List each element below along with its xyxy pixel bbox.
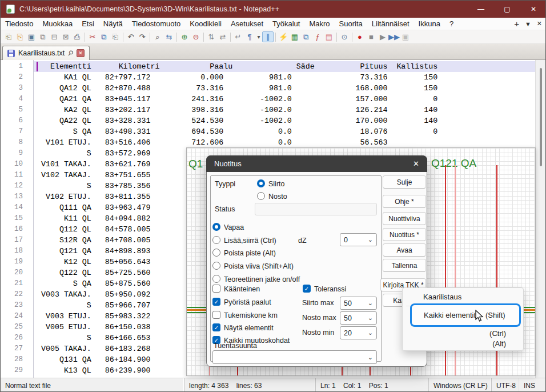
nayta-elementit-checkbox[interactable]: ✓ [212,323,220,331]
dz-combo[interactable]: 0⌄ [340,233,377,246]
monitoring-icon[interactable]: ⊙ [339,31,350,42]
toleranssi-checkbox[interactable]: ✓ [303,285,311,293]
menu-nayta[interactable]: Näytä [99,18,127,29]
toolbar: ⎗ ⎘ ▣ ⧉ ⊟ ⊠ ⎙ ✂ ⧉ ⎗ ↶ ↷ ⌕ ⇆ ⊕ ⊖ ⇅ ⇄ ↵ ¶ … [1,30,546,44]
tuentasuunta-combo[interactable]: ⌄ [212,350,377,364]
pin-icon[interactable]: ⚲ [66,49,75,58]
menu-item-kaarilistaus[interactable]: Kaarilistaus [423,293,461,301]
status-eol-format[interactable]: Windows (CR LF) [429,378,492,392]
avaa-button[interactable]: Avaa [383,243,426,257]
open-file-icon[interactable]: ⎘ [14,31,26,42]
redo-icon[interactable]: ↷ [136,31,148,42]
document-list-icon[interactable]: ⧉ [300,31,312,42]
saved-file-icon [7,50,15,57]
ohje-button[interactable]: Ohje * [383,195,426,208]
menu-makro[interactable]: Makro [304,18,334,29]
siirto-radio[interactable] [257,179,265,187]
macro-record-icon[interactable]: ● [354,31,366,42]
dialog-close-icon[interactable]: ✕ [413,159,419,168]
menu-item-alt-shortcut[interactable]: (Alt) [492,339,506,348]
word-wrap-icon[interactable]: ↵ [232,31,244,42]
menu-liitannaiset[interactable]: Liitännäiset [367,18,414,29]
pyorista-paalut-checkbox[interactable]: ✓ [212,298,220,306]
status-doc-type: Normal text file [1,378,184,392]
macro-run-multiple-icon[interactable]: ▶▶ [388,31,400,42]
dialog-title-bar[interactable]: Nuotitus ✕ [206,155,427,172]
show-all-characters-icon[interactable]: ¶ [244,31,255,42]
kaanteinen-checkbox[interactable] [212,285,220,293]
copy-icon[interactable]: ⧉ [98,31,110,42]
print-icon[interactable]: ⎙ [71,31,83,42]
close-all-icon[interactable]: ⊠ [60,31,71,42]
menu-item-kaikki-elementit[interactable]: Kaikki elementit (Shift) [410,303,521,327]
tab-close-icon[interactable]: ✕ [77,49,85,57]
chevron-down-icon: ⌄ [368,354,373,361]
text-line: QA21 QA 83+045.117 241.316 -1002.0 157.0… [37,94,437,105]
menu-tyokalut[interactable]: Työkalut [268,18,304,29]
macro-save-icon[interactable]: ▣ [400,31,411,42]
close-icon-toolbar[interactable]: ⊟ [49,31,60,42]
text-line: KA2 QL 83+202.117 398.316 -1002.0 126.21… [37,105,437,115]
poista-piste-radio[interactable] [212,249,220,257]
menu-help[interactable]: ? [445,18,458,29]
chevron-down-icon: ⌄ [368,299,373,307]
tuentasuunta-label: Tuentasuunta [214,342,257,350]
function-popup-icon[interactable]: ƒ [312,31,323,42]
text-line: QA12 QL 82+870.488 73.316 981.0 168.000 … [37,83,437,94]
function-list-icon[interactable]: ⚡ [278,31,289,42]
menu-muokkaa[interactable]: Muokkaa [38,18,77,29]
menu-etsi[interactable]: Etsi [77,18,99,29]
nosto-max-combo[interactable]: 50⌄ [340,311,377,325]
nosto-radio[interactable] [257,192,265,200]
editor-scrollbar[interactable] [535,60,545,378]
nosto-min-combo[interactable]: 20⌄ [340,326,377,339]
tab-kaarilistaus[interactable]: Kaarilistaus.txt ⚲ ✕ [2,46,90,60]
menu-koodikieli[interactable]: Koodikieli [185,18,226,29]
find-icon[interactable]: ⌕ [152,31,163,42]
undo-icon[interactable]: ↶ [125,31,136,42]
maximize-icon[interactable]: ▢ [494,1,520,18]
vapaa-radio[interactable] [212,223,220,231]
siirto-max-combo[interactable]: 50⌄ [340,297,377,310]
menu-suorita[interactable]: Suorita [335,18,367,29]
new-file-icon[interactable]: ⎗ [3,31,14,42]
status-encoding[interactable]: UTF-8 [492,378,519,392]
tallenna-button[interactable]: Tallenna [383,259,426,272]
macro-play-icon[interactable]: ▶ [377,31,388,42]
save-icon[interactable]: ▣ [26,31,37,42]
close-icon[interactable]: ✕ [520,1,546,18]
nuottiviiva-button[interactable]: Nuottiviiva [383,212,426,225]
menu-tiedosto[interactable]: Tiedosto [1,18,38,29]
menu-tiedostomuoto[interactable]: Tiedostomuoto [127,18,186,29]
close-document-icon[interactable]: ✕ [537,20,542,27]
macro-stop-icon[interactable]: ■ [366,31,377,42]
status-caret-info: Ln: 1 Col: 1 Pos: 1 [316,378,429,392]
teoreettinen-jatke-radio[interactable] [212,275,220,283]
lisaa-siirra-radio[interactable] [212,236,220,244]
folder-as-workspace-icon[interactable]: ▤ [323,31,335,42]
new-tab-icon[interactable]: + [514,19,519,29]
status-field[interactable] [255,203,377,215]
sulje-button[interactable]: Sulje [383,175,426,189]
tab-list-icon[interactable]: ▼ [525,21,531,27]
show-all-characters-dropdown-icon[interactable]: ▾ [255,31,262,42]
menu-item-ctrl-shortcut[interactable]: (Ctrl) [489,329,506,338]
sync-vertical-scroll-icon[interactable]: ⇅ [206,31,217,42]
zoom-in-icon[interactable]: ⊕ [179,31,190,42]
replace-icon[interactable]: ⇆ [163,31,175,42]
menu-asetukset[interactable]: Asetukset [226,18,268,29]
zoom-out-icon[interactable]: ⊖ [190,31,202,42]
menu-ikkuna[interactable]: Ikkuna [414,18,445,29]
cut-icon[interactable]: ✂ [87,31,98,42]
scrollbar-thumb[interactable] [540,68,542,166]
save-all-icon[interactable]: ⧉ [37,31,49,42]
paste-icon[interactable]: ⎗ [110,31,121,42]
minimize-icon[interactable]: — [468,1,494,18]
sync-horizontal-scroll-icon[interactable]: ⇄ [217,31,228,42]
poista-viiva-radio[interactable] [212,262,220,270]
document-map-icon[interactable]: ▦ [289,31,300,42]
nuotitus-button[interactable]: Nuotitus * [383,228,426,241]
indent-guides-icon[interactable]: ∥ [262,31,274,42]
tukemiskone-km-checkbox[interactable] [212,311,220,319]
status-insert-mode[interactable]: INS [519,378,546,392]
